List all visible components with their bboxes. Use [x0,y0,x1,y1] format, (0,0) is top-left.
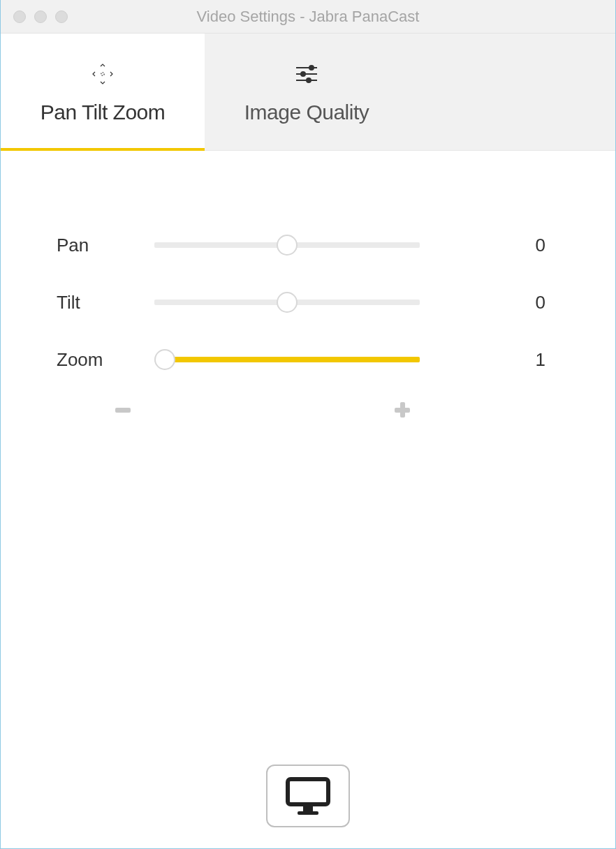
tilt-row: Tilt 0 [57,292,552,313]
zoom-in-button[interactable] [392,399,413,420]
slider-fill [165,357,420,362]
tab-pan-tilt-zoom[interactable]: Pan Tilt Zoom [1,34,205,150]
tilt-label: Tilt [57,292,154,313]
controls-panel: Pan 0 Tilt 0 Zoom 1 [1,151,615,420]
pan-tilt-zoom-icon [90,60,115,88]
svg-point-0 [101,72,104,75]
zoom-value: 1 [420,349,552,371]
minimize-window-button[interactable] [34,10,47,23]
svg-rect-7 [115,408,131,413]
close-window-button[interactable] [13,10,26,23]
svg-rect-9 [400,402,405,418]
traffic-lights [1,10,68,23]
pan-slider[interactable] [154,235,420,256]
slider-thumb[interactable] [154,349,175,370]
tab-spacer [409,34,615,150]
zoom-out-button[interactable] [112,399,133,420]
svg-point-6 [307,78,311,82]
slider-thumb[interactable] [277,235,298,256]
svg-rect-11 [303,806,313,811]
pan-row: Pan 0 [57,235,552,256]
tab-bar: Pan Tilt Zoom Image Quality [1,34,615,151]
pan-value: 0 [420,235,552,256]
zoom-buttons [57,399,413,420]
sliders-icon [295,60,318,88]
monitor-icon [284,775,332,817]
zoom-label: Zoom [57,349,154,371]
slider-thumb[interactable] [277,292,298,313]
zoom-row: Zoom 1 [57,349,552,370]
svg-rect-12 [298,811,318,815]
svg-point-4 [301,72,305,76]
tab-label: Image Quality [244,101,369,124]
window-title: Video Settings - Jabra PanaCast [1,8,615,26]
zoom-slider[interactable] [154,349,420,370]
tilt-value: 0 [420,292,552,313]
titlebar: Video Settings - Jabra PanaCast [1,0,615,34]
tab-image-quality[interactable]: Image Quality [205,34,409,150]
zoom-window-button[interactable] [55,10,68,23]
pan-label: Pan [57,235,154,256]
tab-label: Pan Tilt Zoom [41,101,166,124]
svg-rect-10 [288,779,328,804]
svg-point-2 [309,66,314,70]
tilt-slider[interactable] [154,292,420,313]
preview-button[interactable] [266,765,350,827]
